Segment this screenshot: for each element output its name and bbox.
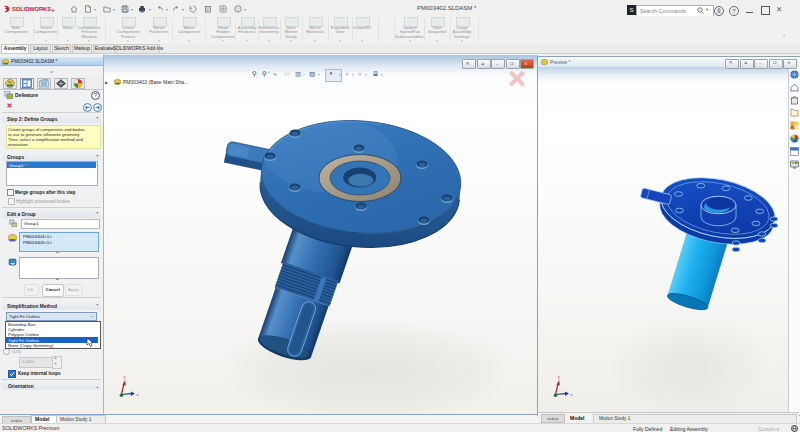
svg-text:y: y [558,374,560,379]
svg-text:x: x [571,392,573,397]
svg-text:x: x [136,392,138,397]
svg-text:y: y [124,374,126,379]
